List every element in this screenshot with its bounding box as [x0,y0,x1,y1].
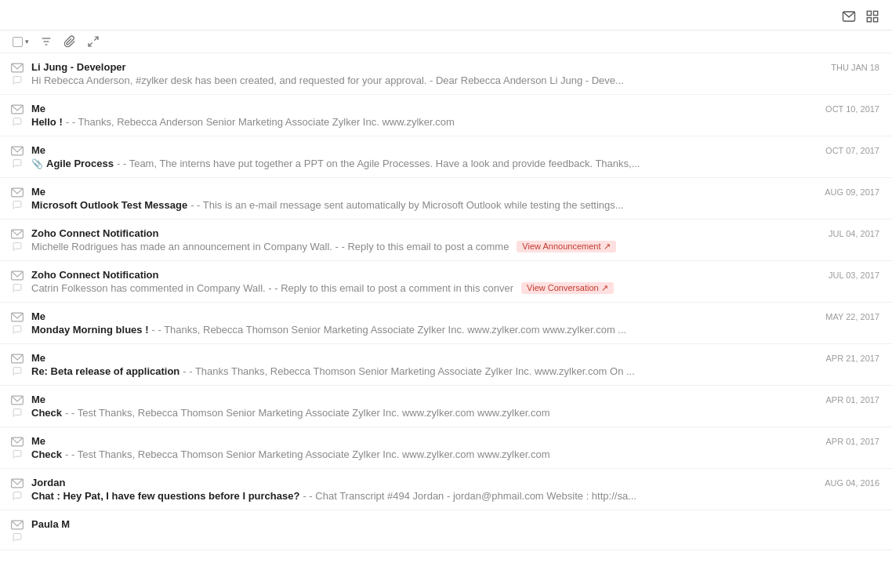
move-icon[interactable] [87,35,100,48]
email-icon-col [11,394,24,417]
sender-name: Me [31,310,816,322]
preview-text: - - Team, The interns have put together … [117,158,640,169]
sender-name: Me [31,103,816,114]
preview-text: Catrin Folkesson has commented in Compan… [31,282,513,294]
subject-line: Michelle Rodrigues has made an announcem… [31,241,819,252]
email-icon-col [11,227,24,251]
header-right-icons [842,9,879,24]
sender-name: Me [31,435,817,447]
email-date: THU JAN 18 [831,61,879,72]
email-date: APR 01, 2017 [826,394,880,405]
envelope-icon [11,478,24,488]
email-content: MeMonday Morning blues !- - Thanks, Rebe… [31,310,816,336]
email-row[interactable]: JordanChat : Hey Pat, I have few questio… [0,469,892,510]
sender-name: Paula M [31,518,879,530]
subject-text: Chat : Hey Pat, I have few questions bef… [31,490,299,502]
subject-line: 📎Agile Process- - Team, The interns have… [31,158,816,169]
chat-bubble-icon [12,75,23,85]
svg-rect-1 [867,11,871,15]
email-row[interactable]: MeMonday Morning blues !- - Thanks, Rebe… [0,303,892,344]
envelope-icon [11,354,24,364]
subject-text: Agile Process [46,158,114,169]
email-row[interactable]: MeHello !- - Thanks, Rebecca Anderson Se… [0,95,892,136]
subject-line: Microsoft Outlook Test Message- - This i… [31,199,815,211]
email-content: MeMicrosoft Outlook Test Message- - This… [31,186,815,211]
envelope-icon [11,187,24,198]
header [0,0,892,31]
email-row[interactable]: Paula M [0,510,892,550]
email-icon-col [11,518,24,542]
subject-text: Hello ! [31,116,63,128]
envelope-icon [11,437,24,447]
chat-bubble-icon [12,325,23,334]
chat-bubble-icon [12,449,23,459]
email-icon-col [11,310,24,334]
envelope-icon [11,270,24,281]
sender-name: Li Jung - Developer [31,61,821,73]
attachment-indicator: 📎 [31,158,43,169]
email-icon-col [11,144,24,168]
sender-name: Jordan [31,477,815,488]
chat-bubble-icon [12,408,23,417]
preview-text: - - Chat Transcript #494 Jordan - jordan… [303,490,636,502]
email-date: MAY 22, 2017 [825,310,879,321]
email-date: OCT 07, 2017 [825,144,879,155]
email-icon-col [11,103,24,126]
envelope-icon [11,312,24,322]
subject-line: Chat : Hey Pat, I have few questions bef… [31,490,815,502]
action-badge[interactable]: View Announcement ↗ [517,241,615,252]
preview-text: - - Test Thanks, Rebecca Thomson Senior … [65,448,549,460]
preview-text: Michelle Rodrigues has made an announcem… [31,241,509,252]
filter-icon[interactable] [40,35,53,48]
email-content: Li Jung - DeveloperHi Rebecca Anderson, … [31,61,821,86]
email-row[interactable]: MeCheck- - Test Thanks, Rebecca Thomson … [0,427,892,469]
chat-bubble-icon [12,200,23,209]
chat-bubble-icon [12,491,23,500]
email-date: OCT 10, 2017 [825,103,879,114]
select-all-checkbox[interactable]: ▾ [13,37,29,47]
preview-text: - - This is an e-mail message sent autom… [190,199,624,211]
subject-line: Monday Morning blues !- - Thanks, Rebecc… [31,324,816,336]
action-badge[interactable]: View Conversation ↗ [521,282,614,294]
email-row[interactable]: MeMicrosoft Outlook Test Message- - This… [0,178,892,220]
email-icon-col [11,477,24,500]
email-content: Zoho Connect NotificationMichelle Rodrig… [31,227,819,252]
chat-bubble-icon [12,241,23,251]
svg-rect-2 [874,11,878,15]
attachment-icon[interactable] [63,35,76,48]
email-content: MeRe: Beta release of application- - Tha… [31,352,817,377]
email-icon-col [11,61,24,85]
email-row[interactable]: MeRe: Beta release of application- - Tha… [0,344,892,386]
email-row[interactable]: Zoho Connect NotificationCatrin Folkesso… [0,261,892,303]
email-date: JUL 04, 2017 [829,227,879,238]
envelope-icon [11,104,24,114]
subject-line: Hello !- - Thanks, Rebecca Anderson Seni… [31,116,816,128]
chevron-down-icon: ▾ [25,38,29,45]
email-row[interactable]: Zoho Connect NotificationMichelle Rodrig… [0,220,892,261]
preview-text: - - Test Thanks, Rebecca Thomson Senior … [65,407,549,419]
envelope-icon [11,520,24,530]
preview-text: - - Thanks, Rebecca Anderson Senior Mark… [66,116,455,128]
email-content: Me📎Agile Process- - Team, The interns ha… [31,144,816,169]
compose-icon[interactable] [842,9,856,24]
grid-view-icon[interactable] [865,9,879,24]
email-date: APR 21, 2017 [826,352,880,363]
email-icon-col [11,352,24,376]
sender-name: Me [31,352,817,364]
subject-line: Catrin Folkesson has commented in Compan… [31,282,819,294]
sender-name: Me [31,186,815,198]
email-row[interactable]: MeCheck- - Test Thanks, Rebecca Thomson … [0,386,892,427]
chat-bubble-icon [12,158,23,168]
email-row[interactable]: Li Jung - DeveloperHi Rebecca Anderson, … [0,53,892,95]
email-content: MeCheck- - Test Thanks, Rebecca Thomson … [31,435,817,460]
email-content: Paula M [31,518,879,532]
svg-rect-4 [874,18,878,22]
envelope-icon [11,395,24,405]
svg-line-8 [94,37,98,41]
email-row[interactable]: Me📎Agile Process- - Team, The interns ha… [0,136,892,178]
sender-name: Zoho Connect Notification [31,269,819,281]
subject-text: Check [31,448,62,460]
chat-bubble-icon [12,283,23,292]
email-icon-col [11,186,24,209]
chat-bubble-icon [12,366,23,376]
